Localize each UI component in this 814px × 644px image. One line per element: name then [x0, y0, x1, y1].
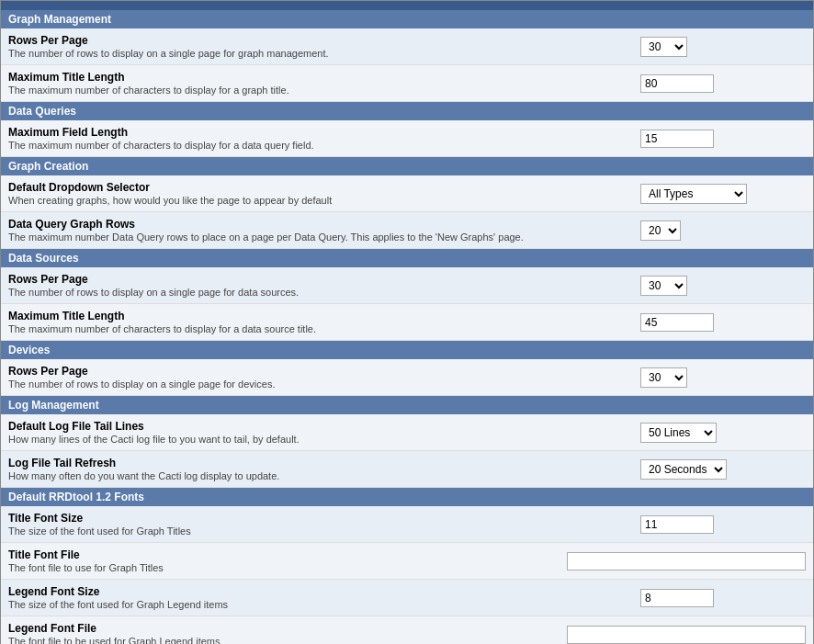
setting-control-legend-font-file — [567, 626, 806, 644]
setting-info-max-field-length: Maximum Field LengthThe maximum number o… — [8, 126, 640, 151]
input-legend-font-file[interactable] — [567, 626, 806, 644]
setting-desc-data-query-graph-rows: The maximum number Data Query rows to pl… — [8, 232, 640, 243]
setting-label-rows-per-page-dev: Rows Per Page — [8, 365, 640, 378]
setting-info-legend-font-size: Legend Font SizeThe size of the font use… — [8, 585, 640, 610]
setting-desc-title-font-size: The size of the font used for Graph Titl… — [8, 525, 640, 537]
setting-row-default-log-tail-lines: Default Log File Tail LinesHow many line… — [1, 414, 813, 451]
setting-info-rows-per-page-dev: Rows Per PageThe number of rows to displ… — [8, 365, 640, 390]
setting-info-legend-font-file: Legend Font FileThe font file to be used… — [8, 622, 567, 644]
setting-desc-rows-per-page-dev: The number of rows to display on a singl… — [8, 378, 640, 390]
page-title — [1, 1, 813, 10]
section-header-graph-creation: Graph Creation — [1, 157, 813, 175]
setting-label-rows-per-page-graph: Rows Per Page — [8, 34, 640, 47]
section-header-devices: Devices — [1, 341, 813, 359]
setting-control-max-title-length-ds — [640, 313, 806, 332]
setting-label-max-field-length: Maximum Field Length — [8, 126, 640, 139]
setting-control-rows-per-page-ds: 101520253050100 — [640, 276, 806, 296]
setting-control-max-field-length — [640, 130, 806, 148]
setting-control-data-query-graph-rows: 101520253050 — [640, 220, 806, 241]
input-max-field-length[interactable] — [640, 130, 714, 148]
setting-desc-title-font-file: The font file to use for Graph Titles — [8, 562, 567, 573]
section-header-data-sources: Data Sources — [1, 249, 813, 267]
setting-label-max-title-length-ds: Maximum Title Length — [8, 310, 640, 322]
section-header-graph-management: Graph Management — [1, 10, 813, 28]
setting-desc-rows-per-page-ds: The number of rows to display on a singl… — [8, 287, 640, 298]
setting-desc-default-dropdown: When creating graphs, how would you like… — [8, 195, 640, 206]
setting-row-max-field-length: Maximum Field LengthThe maximum number o… — [1, 120, 813, 157]
setting-info-rows-per-page-graph: Rows Per PageThe number of rows to displ… — [8, 34, 640, 59]
setting-row-log-file-tail-refresh: Log File Tail RefreshHow many often do y… — [1, 451, 813, 488]
input-legend-font-size[interactable] — [640, 589, 714, 607]
setting-row-rows-per-page-dev: Rows Per PageThe number of rows to displ… — [1, 359, 813, 396]
setting-control-legend-font-size — [640, 589, 806, 607]
setting-row-legend-font-file: Legend Font FileThe font file to be used… — [1, 616, 813, 644]
setting-label-title-font-file: Title Font File — [8, 548, 567, 561]
setting-label-log-file-tail-refresh: Log File Tail Refresh — [8, 457, 640, 469]
setting-control-max-title-length-graph — [640, 74, 806, 93]
setting-row-max-title-length-graph: Maximum Title LengthThe maximum number o… — [1, 65, 813, 102]
section-header-data-queries: Data Queries — [1, 102, 813, 120]
setting-row-title-font-file: Title Font FileThe font file to use for … — [1, 543, 813, 580]
setting-control-log-file-tail-refresh: 10 Seconds20 Seconds30 Seconds60 Seconds — [640, 459, 806, 480]
setting-desc-default-log-tail-lines: How many lines of the Cacti log file to … — [8, 434, 640, 445]
select-rows-per-page-dev[interactable]: 101520253050100 — [640, 367, 687, 388]
select-default-log-tail-lines[interactable]: 10 Lines20 Lines50 Lines100 Lines500 Lin… — [640, 423, 717, 443]
input-max-title-length-ds[interactable] — [640, 313, 714, 332]
setting-row-legend-font-size: Legend Font SizeThe size of the font use… — [1, 580, 813, 616]
setting-desc-max-title-length-ds: The maximum number of characters to disp… — [8, 323, 640, 334]
setting-label-legend-font-size: Legend Font Size — [8, 585, 640, 598]
setting-desc-log-file-tail-refresh: How many often do you want the Cacti log… — [8, 470, 640, 481]
select-rows-per-page-ds[interactable]: 101520253050100 — [640, 276, 687, 296]
select-log-file-tail-refresh[interactable]: 10 Seconds20 Seconds30 Seconds60 Seconds — [640, 459, 727, 480]
setting-info-max-title-length-graph: Maximum Title LengthThe maximum number o… — [8, 71, 640, 96]
setting-desc-legend-font-file: The font file to be used for Graph Legen… — [8, 636, 567, 644]
select-data-query-graph-rows[interactable]: 101520253050 — [640, 220, 681, 241]
input-max-title-length-graph[interactable] — [640, 74, 714, 93]
setting-info-title-font-size: Title Font SizeThe size of the font used… — [8, 512, 640, 537]
setting-info-title-font-file: Title Font FileThe font file to use for … — [8, 548, 567, 573]
page-wrapper: Graph ManagementRows Per PageThe number … — [0, 0, 814, 644]
sections-container: Graph ManagementRows Per PageThe number … — [1, 10, 813, 644]
setting-row-default-dropdown: Default Dropdown SelectorWhen creating g… — [1, 175, 813, 212]
setting-control-default-dropdown: All TypesGraph TemplateData Query — [640, 184, 806, 204]
setting-info-data-query-graph-rows: Data Query Graph RowsThe maximum number … — [8, 218, 640, 243]
setting-label-rows-per-page-ds: Rows Per Page — [8, 273, 640, 286]
setting-label-default-log-tail-lines: Default Log File Tail Lines — [8, 420, 640, 433]
setting-desc-max-field-length: The maximum number of characters to disp… — [8, 140, 640, 151]
setting-control-default-log-tail-lines: 10 Lines20 Lines50 Lines100 Lines500 Lin… — [640, 423, 806, 443]
setting-info-log-file-tail-refresh: Log File Tail RefreshHow many often do y… — [8, 457, 640, 481]
setting-row-data-query-graph-rows: Data Query Graph RowsThe maximum number … — [1, 212, 813, 249]
setting-desc-rows-per-page-graph: The number of rows to display on a singl… — [8, 48, 640, 59]
setting-label-max-title-length-graph: Maximum Title Length — [8, 71, 640, 84]
setting-info-max-title-length-ds: Maximum Title LengthThe maximum number o… — [8, 310, 640, 334]
setting-row-rows-per-page-ds: Rows Per PageThe number of rows to displ… — [1, 267, 813, 304]
section-header-rrdtool-fonts: Default RRDtool 1.2 Fonts — [1, 488, 813, 506]
setting-desc-max-title-length-graph: The maximum number of characters to disp… — [8, 85, 640, 96]
setting-desc-legend-font-size: The size of the font used for Graph Lege… — [8, 599, 640, 610]
input-title-font-size[interactable] — [640, 515, 714, 534]
select-default-dropdown[interactable]: All TypesGraph TemplateData Query — [640, 184, 747, 204]
setting-control-rows-per-page-dev: 101520253050100 — [640, 367, 806, 388]
select-rows-per-page-graph[interactable]: 101520253050100 — [640, 37, 687, 57]
setting-label-title-font-size: Title Font Size — [8, 512, 640, 525]
setting-label-default-dropdown: Default Dropdown Selector — [8, 181, 640, 194]
setting-info-rows-per-page-ds: Rows Per PageThe number of rows to displ… — [8, 273, 640, 298]
section-header-log-management: Log Management — [1, 396, 813, 414]
input-title-font-file[interactable] — [567, 552, 806, 571]
setting-label-data-query-graph-rows: Data Query Graph Rows — [8, 218, 640, 231]
setting-info-default-log-tail-lines: Default Log File Tail LinesHow many line… — [8, 420, 640, 445]
setting-control-title-font-file — [567, 552, 806, 571]
setting-control-title-font-size — [640, 515, 806, 534]
setting-row-title-font-size: Title Font SizeThe size of the font used… — [1, 506, 813, 543]
setting-label-legend-font-file: Legend Font File — [8, 622, 567, 635]
setting-control-rows-per-page-graph: 101520253050100 — [640, 37, 806, 57]
setting-info-default-dropdown: Default Dropdown SelectorWhen creating g… — [8, 181, 640, 206]
setting-row-rows-per-page-graph: Rows Per PageThe number of rows to displ… — [1, 28, 813, 65]
setting-row-max-title-length-ds: Maximum Title LengthThe maximum number o… — [1, 304, 813, 341]
